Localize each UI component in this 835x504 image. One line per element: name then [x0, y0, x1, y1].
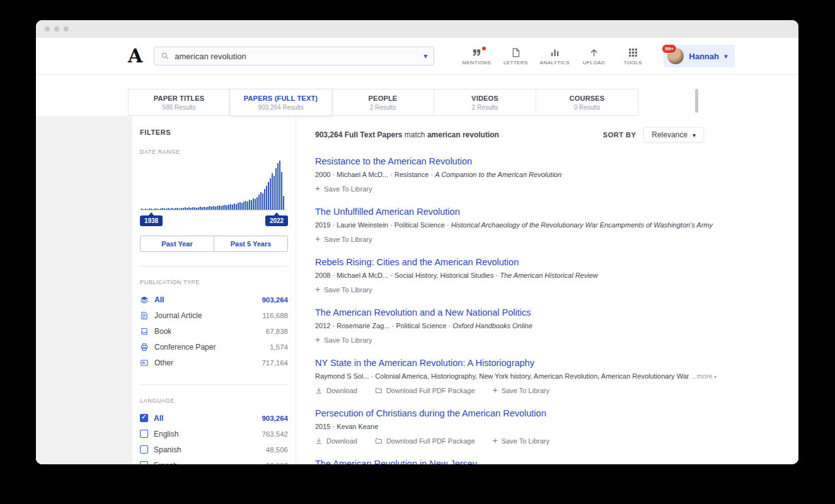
publication-filter-all[interactable]: All 903,264	[140, 292, 288, 307]
histogram-bar	[219, 205, 220, 210]
result-title[interactable]: NY State in the American Revolution: A H…	[315, 358, 704, 368]
app: A MENTIONS LETTERS	[36, 38, 798, 464]
save-to-library-button[interactable]: Save To Library	[315, 336, 372, 344]
date-range-max-handle[interactable]: 2022	[265, 215, 288, 226]
download-button[interactable]: Download	[315, 437, 357, 445]
histogram-bar	[192, 207, 193, 210]
result-title[interactable]: Rebels Rising: Cities and the American R…	[315, 257, 704, 267]
histogram-bar	[232, 205, 233, 210]
result-title[interactable]: The American Revolution and a New Nation…	[315, 307, 704, 318]
histogram-bar	[170, 209, 171, 210]
download-button[interactable]: Download	[315, 387, 357, 394]
histogram-bar	[147, 209, 148, 210]
language-filter-english[interactable]: English 763,542	[140, 426, 288, 442]
filter-label: Book	[154, 327, 260, 336]
filter-count: 67,838	[266, 328, 288, 335]
histogram-bar	[202, 207, 203, 210]
language-label: LANGUAGE	[140, 398, 288, 404]
histogram-bar	[179, 209, 180, 210]
tab-label: PAPER TITLES	[154, 94, 204, 102]
nav-letters[interactable]: LETTERS	[498, 47, 533, 66]
publication-filter-other[interactable]: Other 717,164	[140, 355, 288, 370]
histogram-bar	[283, 196, 284, 210]
folder-icon	[375, 387, 383, 394]
checkbox-icon[interactable]	[140, 430, 148, 438]
download-pdf-package-button[interactable]: Download Full PDF Package	[375, 387, 475, 394]
nav-analytics[interactable]: ANALYTICS	[538, 47, 572, 66]
nav-upload[interactable]: UPLOAD	[577, 47, 611, 66]
user-name: Hannah	[689, 52, 719, 61]
histogram-bar	[260, 192, 262, 210]
language-filter-french[interactable]: French 22,697	[140, 457, 288, 464]
journal-article-icon	[140, 311, 149, 320]
tab-label: COURSES	[570, 94, 605, 102]
histogram-bar	[258, 195, 260, 210]
publication-filter-book[interactable]: Book 67,838	[140, 323, 288, 339]
search-result: Rebels Rising: Cities and the American R…	[315, 257, 704, 294]
tab-papers-full-text[interactable]: PAPERS (FULL TEXT) 903,264 Results	[230, 89, 332, 116]
result-title[interactable]: Persecution of Christians during the Ame…	[315, 408, 704, 418]
plus-icon	[493, 387, 498, 394]
histogram-bar	[279, 161, 280, 210]
publication-filter-journal-article[interactable]: Journal Article 116,688	[140, 307, 288, 323]
result-title[interactable]: The American Revolution in New Jersey	[315, 459, 704, 464]
language-filter-all[interactable]: All 903,264	[140, 410, 288, 426]
result-journal: The American Historical Review	[500, 272, 597, 279]
nav-tools[interactable]: TOOLS	[616, 47, 650, 66]
language-filter-spanish[interactable]: Spanish 48,506	[140, 442, 288, 457]
tab-courses[interactable]: COURSES 0 Results	[536, 89, 638, 116]
histogram-bar	[213, 206, 214, 210]
sort-dropdown[interactable]: Relevance	[643, 127, 704, 142]
past-year-button[interactable]: Past Year	[141, 236, 214, 251]
tab-label: PAPERS (FULL TEXT)	[244, 94, 318, 102]
checkbox-icon[interactable]	[140, 461, 148, 464]
tab-videos[interactable]: VIDEOS 2 Results	[434, 89, 536, 116]
nav-label: ANALYTICS	[540, 60, 570, 66]
date-histogram-bars	[140, 160, 288, 210]
result-title[interactable]: The Unfulfilled American Revolution	[315, 207, 704, 217]
tab-paper-titles[interactable]: PAPER TITLES 586 Results	[128, 89, 230, 116]
save-to-library-button[interactable]: Save To Library	[315, 185, 372, 193]
save-to-library-button[interactable]: Save To Library	[315, 236, 372, 243]
histogram-bar	[270, 178, 271, 210]
histogram-bar	[164, 209, 165, 210]
checkbox-icon[interactable]	[140, 445, 148, 454]
user-menu[interactable]: 99+ Hannah	[664, 45, 735, 67]
histogram-bar	[183, 208, 184, 210]
filter-label: Other	[154, 358, 256, 367]
search-dropdown-caret-icon[interactable]	[423, 52, 427, 60]
plus-icon	[315, 236, 320, 243]
result-actions: Save To Library	[315, 185, 704, 193]
nav-mentions[interactable]: MENTIONS	[459, 47, 493, 66]
window-control-close[interactable]	[45, 26, 50, 32]
show-more-topics[interactable]: ...more	[691, 372, 717, 380]
language-list: All 903,264 English 763,542 Spanish 48,5…	[140, 410, 288, 464]
tab-people[interactable]: PEOPLE 2 Results	[332, 89, 434, 116]
result-actions: Download Download Full PDF Package Save …	[315, 437, 704, 445]
date-range-min-handle[interactable]: 1938	[140, 215, 163, 226]
past-5-years-button[interactable]: Past 5 Years	[214, 236, 287, 251]
tab-label: VIDEOS	[471, 94, 498, 102]
sort-control: SORT BY Relevance	[603, 127, 704, 142]
publication-filter-conference-paper[interactable]: Conference Paper 1,574	[140, 339, 288, 355]
result-meta: 2012 · Rosemarie Zag... · Political Scie…	[315, 322, 704, 329]
result-title[interactable]: Resistance to the American Revolution	[315, 156, 704, 166]
save-to-library-button[interactable]: Save To Library	[493, 437, 550, 445]
histogram-bar	[241, 203, 243, 210]
histogram-bar	[256, 197, 258, 210]
search-input[interactable]	[175, 52, 418, 61]
result-actions: Save To Library	[315, 236, 704, 243]
window-control-minimize[interactable]	[54, 26, 59, 32]
content: FILTERS DATE RANGE 1938 2022 Past Year P…	[36, 116, 798, 464]
download-pdf-package-button[interactable]: Download Full PDF Package	[375, 437, 475, 445]
window-control-zoom[interactable]	[64, 26, 69, 32]
filter-label: Journal Article	[154, 311, 256, 320]
app-logo[interactable]: A	[128, 47, 142, 66]
checkbox-checked-icon[interactable]	[140, 414, 148, 422]
scrollbar-thumb[interactable]	[695, 89, 698, 113]
save-to-library-button[interactable]: Save To Library	[315, 286, 372, 294]
upload-icon	[589, 47, 599, 58]
filter-label: Conference Paper	[154, 343, 264, 352]
date-range-presets: Past Year Past 5 Years	[140, 236, 288, 252]
save-to-library-button[interactable]: Save To Library	[493, 387, 550, 394]
